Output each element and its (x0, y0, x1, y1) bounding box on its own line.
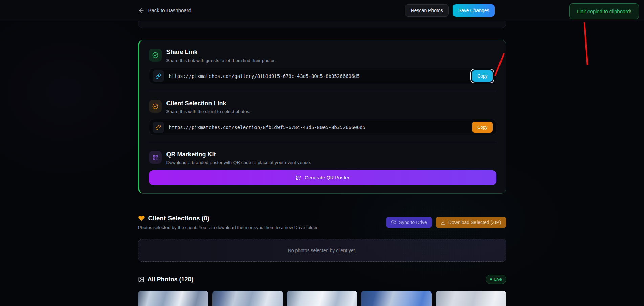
client-selection-link-section: Client Selection Link Share this with th… (149, 100, 496, 135)
photo-thumbnail[interactable] (138, 291, 209, 306)
toast-link-copied: Link copied to clipboard! (569, 3, 639, 19)
gallery-url-row: https://pixmatches.com/gallery/8fb1d9f5-… (149, 68, 496, 84)
top-bar: Back to Dashboard Rescan Photos Save Cha… (0, 0, 644, 21)
qr-kit-title: QR Marketing Kit (166, 151, 311, 158)
client-selections-description: Photos selected by the client. You can d… (138, 225, 319, 230)
divider (149, 92, 496, 92)
link-icon (153, 122, 164, 133)
client-link-title: Client Selection Link (166, 100, 250, 107)
share-link-check-icon (149, 49, 162, 62)
client-selections-title: Client Selections (0) (148, 215, 210, 222)
share-links-card: Share Link Share this link with guests t… (138, 40, 506, 194)
generate-qr-poster-button[interactable]: Generate QR Poster (149, 170, 496, 185)
copy-gallery-link-button[interactable]: Copy (472, 70, 492, 82)
rescan-photos-button[interactable]: Rescan Photos (405, 4, 449, 17)
live-label: Live (494, 277, 502, 282)
save-changes-button[interactable]: Save Changes (453, 4, 495, 17)
photo-thumbnail[interactable] (436, 291, 506, 306)
empty-selections-box: No photos selected by client yet. (138, 239, 506, 262)
gallery-url: https://pixmatches.com/gallery/8fb1d9f5-… (169, 73, 468, 79)
photo-thumbnail[interactable] (361, 291, 432, 306)
selection-url-row: https://pixmatches.com/selection/8fb1d9f… (149, 119, 496, 135)
arrow-left-icon (138, 7, 145, 14)
client-link-check-icon (149, 100, 162, 113)
generate-qr-poster-label: Generate QR Poster (305, 175, 349, 180)
link-icon (153, 70, 164, 82)
selection-url: https://pixmatches.com/selection/8fb1d9f… (169, 125, 468, 130)
empty-selections-message: No photos selected by client yet. (288, 248, 356, 253)
live-dot-icon (490, 278, 492, 280)
copy-selection-link-button[interactable]: Copy (472, 122, 492, 133)
live-badge: Live (486, 275, 506, 284)
qr-code-icon (149, 151, 162, 164)
photo-strip (138, 291, 506, 306)
share-link-description: Share this link with guests to let them … (166, 58, 277, 63)
divider (149, 143, 496, 143)
all-photos-title: All Photos (120) (148, 276, 194, 283)
client-link-description: Share this with the client to select pho… (166, 109, 250, 114)
image-icon (138, 276, 145, 283)
all-photos-section: All Photos (120) Live (138, 275, 506, 306)
sync-to-drive-button[interactable]: Sync to Drive (386, 217, 432, 228)
sync-to-drive-label: Sync to Drive (399, 220, 427, 225)
page: Back to Dashboard Rescan Photos Save Cha… (0, 0, 644, 306)
header-actions: Rescan Photos Save Changes (405, 4, 506, 17)
back-to-dashboard-link[interactable]: Back to Dashboard (138, 7, 192, 14)
share-link-title: Share Link (166, 49, 277, 56)
download-selected-zip-label: Download Selected (ZIP) (448, 220, 501, 225)
back-label: Back to Dashboard (148, 7, 192, 13)
photo-thumbnail[interactable] (212, 291, 283, 306)
qr-code-icon (296, 175, 301, 180)
previous-card-bottom (138, 21, 506, 28)
heart-icon (138, 215, 145, 222)
main-content: Share Link Share this link with guests t… (138, 21, 506, 306)
download-selected-zip-button[interactable]: Download Selected (ZIP) (436, 217, 506, 228)
photo-thumbnail[interactable] (287, 291, 357, 306)
qr-marketing-kit-section: QR Marketing Kit Download a branded post… (149, 151, 496, 185)
cloud-upload-icon (391, 220, 396, 225)
download-icon (441, 220, 446, 225)
client-selections-section: Client Selections (0) Photos selected by… (138, 215, 506, 262)
share-link-section: Share Link Share this link with guests t… (149, 49, 496, 84)
qr-kit-description: Download a branded poster with QR code t… (166, 160, 311, 165)
